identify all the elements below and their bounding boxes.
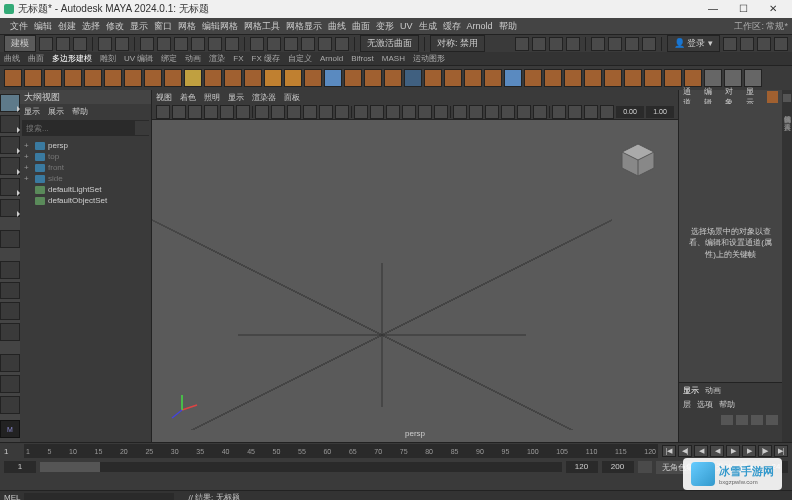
select-btn[interactable] bbox=[140, 37, 154, 51]
layer-btn-2[interactable] bbox=[736, 415, 748, 425]
menu-编辑网格[interactable]: 编辑网格 bbox=[202, 20, 238, 33]
shelf-icon-35[interactable] bbox=[704, 69, 722, 87]
shelftab-7[interactable]: 渲染 bbox=[209, 53, 225, 64]
shelftab-2[interactable]: 多边形建模 bbox=[52, 53, 92, 64]
redo-button[interactable] bbox=[115, 37, 129, 51]
maximize-button[interactable]: ☐ bbox=[728, 1, 758, 17]
last-tool[interactable] bbox=[0, 230, 20, 248]
menu-网格工具[interactable]: 网格工具 bbox=[244, 20, 280, 33]
shelf-icon-32[interactable] bbox=[644, 69, 662, 87]
sel-6[interactable] bbox=[225, 37, 239, 51]
shelftab-13[interactable]: MASH bbox=[382, 54, 405, 63]
rotate-tool[interactable] bbox=[0, 178, 20, 196]
menu-缓存[interactable]: 缓存 bbox=[443, 20, 461, 33]
vp-tool-0[interactable] bbox=[156, 105, 170, 119]
menu-曲线[interactable]: 曲线 bbox=[328, 20, 346, 33]
vp-tool-21[interactable] bbox=[501, 105, 515, 119]
layer-tab-动画[interactable]: 动画 bbox=[705, 385, 721, 396]
outliner-item-defaultObjectSet[interactable]: defaultObjectSet bbox=[22, 195, 149, 206]
panel-btn-2[interactable] bbox=[608, 37, 622, 51]
outliner-search-input[interactable] bbox=[22, 124, 135, 133]
shelf-icon-31[interactable] bbox=[624, 69, 642, 87]
vp-tool-23[interactable] bbox=[533, 105, 547, 119]
vp-tool-8[interactable] bbox=[287, 105, 301, 119]
range-mid[interactable]: 120 bbox=[566, 461, 598, 473]
layer-btn-1[interactable] bbox=[721, 415, 733, 425]
snap-1[interactable] bbox=[250, 37, 264, 51]
layer-menu-选项[interactable]: 选项 bbox=[697, 399, 713, 410]
vp-tool-4[interactable] bbox=[220, 105, 234, 119]
status-btn-3[interactable] bbox=[73, 37, 87, 51]
vp-tool-19[interactable] bbox=[469, 105, 483, 119]
menu-变形[interactable]: 变形 bbox=[376, 20, 394, 33]
shelf-icon-34[interactable] bbox=[684, 69, 702, 87]
menu-修改[interactable]: 修改 bbox=[106, 20, 124, 33]
shelf-icon-2[interactable] bbox=[44, 69, 62, 87]
panel-btn-7[interactable] bbox=[757, 37, 771, 51]
vp-tool-20[interactable] bbox=[485, 105, 499, 119]
vp-menu-渲染器[interactable]: 渲染器 bbox=[252, 92, 276, 103]
goto-end[interactable]: ▶| bbox=[774, 445, 788, 457]
undo-button[interactable] bbox=[98, 37, 112, 51]
layer-btn-4[interactable] bbox=[766, 415, 778, 425]
panel-btn-4[interactable] bbox=[642, 37, 656, 51]
shelf-icon-19[interactable] bbox=[384, 69, 402, 87]
shelf-icon-10[interactable] bbox=[204, 69, 222, 87]
vp-tool-15[interactable] bbox=[402, 105, 416, 119]
shelftab-4[interactable]: UV 编辑 bbox=[124, 53, 153, 64]
channel-icon[interactable] bbox=[767, 91, 778, 103]
menu-文件[interactable]: 文件 bbox=[10, 20, 28, 33]
shelf-icon-9[interactable] bbox=[184, 69, 202, 87]
shelftab-11[interactable]: Arnold bbox=[320, 54, 343, 63]
shelf-icon-29[interactable] bbox=[584, 69, 602, 87]
shelftab-5[interactable]: 绑定 bbox=[161, 53, 177, 64]
range-start[interactable]: 1 bbox=[4, 461, 36, 473]
step-back[interactable]: ◀ bbox=[694, 445, 708, 457]
workspace-label[interactable]: 工作区: 常规* bbox=[734, 20, 788, 33]
status-btn-1[interactable] bbox=[39, 37, 53, 51]
shelftab-8[interactable]: FX bbox=[233, 54, 243, 63]
play-fwd[interactable]: ▶ bbox=[726, 445, 740, 457]
shelf-icon-25[interactable] bbox=[504, 69, 522, 87]
shelftab-1[interactable]: 曲面 bbox=[28, 53, 44, 64]
vp-menu-着色[interactable]: 着色 bbox=[180, 92, 196, 103]
vp-tool-5[interactable] bbox=[236, 105, 250, 119]
status-btn-2[interactable] bbox=[56, 37, 70, 51]
shelf-icon-33[interactable] bbox=[664, 69, 682, 87]
outliner-item-persp[interactable]: +persp bbox=[22, 140, 149, 151]
panel-btn-8[interactable] bbox=[774, 37, 788, 51]
play-back[interactable]: ◀ bbox=[710, 445, 724, 457]
panel-btn-6[interactable] bbox=[740, 37, 754, 51]
shelf-icon-37[interactable] bbox=[744, 69, 762, 87]
shelf-icon-28[interactable] bbox=[564, 69, 582, 87]
snap-4[interactable] bbox=[301, 37, 315, 51]
time-scale[interactable]: 1510152025303540455055606570758085909510… bbox=[24, 444, 658, 458]
paint-btn[interactable] bbox=[174, 37, 188, 51]
menu-创建[interactable]: 创建 bbox=[58, 20, 76, 33]
vp-tool-9[interactable] bbox=[303, 105, 317, 119]
vp-tool-2[interactable] bbox=[188, 105, 202, 119]
shelf-icon-7[interactable] bbox=[144, 69, 162, 87]
shelf-icon-27[interactable] bbox=[544, 69, 562, 87]
render-btn-4[interactable] bbox=[566, 37, 580, 51]
vp-tool-27[interactable] bbox=[600, 105, 614, 119]
move-tool[interactable] bbox=[0, 157, 20, 175]
menu-Arnold[interactable]: Arnold bbox=[467, 21, 493, 31]
vp-menu-视图[interactable]: 视图 bbox=[156, 92, 172, 103]
menu-显示[interactable]: 显示 bbox=[130, 20, 148, 33]
layout-two-h[interactable] bbox=[0, 302, 20, 320]
layer-menu-层[interactable]: 层 bbox=[683, 399, 691, 410]
shelf-icon-30[interactable] bbox=[604, 69, 622, 87]
shelf-icon-6[interactable] bbox=[124, 69, 142, 87]
scale-tool[interactable] bbox=[0, 199, 20, 217]
vp-tool-18[interactable] bbox=[453, 105, 467, 119]
shelf-icon-1[interactable] bbox=[24, 69, 42, 87]
layout-custom-2[interactable] bbox=[0, 375, 20, 393]
vp-tool-24[interactable] bbox=[552, 105, 566, 119]
menu-编辑[interactable]: 编辑 bbox=[34, 20, 52, 33]
shelf-icon-16[interactable] bbox=[324, 69, 342, 87]
snap-2[interactable] bbox=[267, 37, 281, 51]
range-slider[interactable] bbox=[40, 462, 562, 472]
sel-5[interactable] bbox=[208, 37, 222, 51]
vp-tool-1[interactable] bbox=[172, 105, 186, 119]
